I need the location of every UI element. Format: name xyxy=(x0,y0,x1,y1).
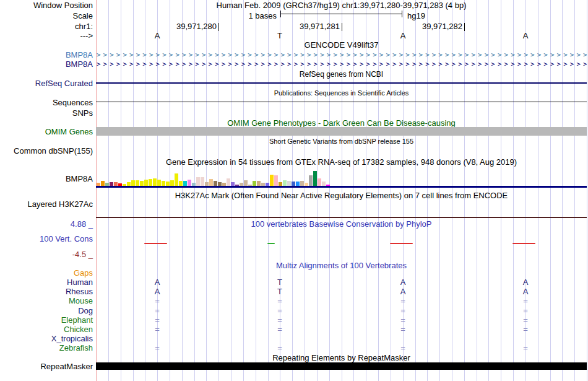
sequences-line[interactable] xyxy=(96,102,587,102)
gtex-baseline[interactable] xyxy=(96,186,587,188)
gtex-tissue-bar xyxy=(188,180,191,186)
track-label--4-5-[interactable]: -4.5 _ xyxy=(0,250,93,259)
gtex-tissue-bar xyxy=(218,182,222,186)
gene-strand-arrows[interactable]: >>>>>>>>>>>>>>>>>>>>>>>>>>>>>>>>>>>>>>>>… xyxy=(97,51,587,59)
alignment-char: = xyxy=(400,315,405,325)
track-label-sequences[interactable]: Sequences xyxy=(0,98,93,107)
track-title: OMIM Gene Phenotypes - Dark Green Can Be… xyxy=(96,118,587,128)
track-label-refseq-curated[interactable]: RefSeq Curated xyxy=(0,79,93,88)
gtex-tissue-bar xyxy=(175,173,178,186)
species-label-mouse[interactable]: Mouse xyxy=(0,296,93,305)
gtex-tissue-bar xyxy=(123,184,126,186)
scale-bar xyxy=(280,14,402,14)
track-label-omim-genes[interactable]: OMIM Genes xyxy=(0,127,93,136)
gtex-tissue-bar xyxy=(153,178,157,186)
scale-value: 1 bases xyxy=(96,11,277,20)
refseq-curated-line[interactable] xyxy=(96,82,587,84)
track-label-snps[interactable]: SNPs xyxy=(0,108,93,118)
gtex-tissue-bar xyxy=(235,185,239,186)
gene-label-bmp8a-1[interactable]: BMP8A xyxy=(0,59,93,69)
track-label-bmp8a[interactable]: BMP8A xyxy=(0,174,93,183)
alignment-char: A xyxy=(155,278,160,287)
alignment-char: A xyxy=(523,278,529,287)
alignment-char: T xyxy=(277,287,282,296)
gtex-tissue-bar xyxy=(283,180,287,186)
gtex-tissue-bar xyxy=(248,185,252,186)
species-label-elephant[interactable]: Elephant xyxy=(0,315,93,325)
gtex-tissue-bar xyxy=(214,181,217,186)
alignment-char: = xyxy=(155,343,160,353)
gtex-tissue-bar xyxy=(144,180,148,186)
gtex-tissue-bar xyxy=(136,180,139,186)
position-value: 39,971,281 xyxy=(218,22,340,31)
base-letter: A xyxy=(523,31,529,40)
species-label-rhesus[interactable]: Rhesus xyxy=(0,287,93,296)
alignment-char: = xyxy=(523,315,528,325)
species-label-gaps[interactable]: Gaps xyxy=(0,268,93,278)
phylop-mark xyxy=(512,243,535,244)
gtex-tissue-bar xyxy=(222,183,226,186)
gtex-tissue-bar xyxy=(183,181,187,186)
position-tick xyxy=(464,23,465,31)
gtex-tissue-bar xyxy=(101,181,105,186)
gtex-tissue-bar xyxy=(270,175,274,186)
window-position-label[interactable]: Window Position xyxy=(0,1,93,10)
alignment-char: = xyxy=(523,306,528,315)
gtex-tissue-bar xyxy=(110,182,113,186)
alignment-char: = xyxy=(400,306,405,315)
gtex-tissue-bar xyxy=(192,183,196,186)
track-title: GENCODE V49lift37 xyxy=(96,40,587,50)
alignment-char: A xyxy=(400,278,406,287)
alignment-char: = xyxy=(277,306,282,315)
track-label-4-88-[interactable]: 4.88 _ xyxy=(0,219,93,229)
repeatmasker-bar[interactable] xyxy=(96,362,587,370)
track-title: H3K27Ac Mark (Often Found Near Active Re… xyxy=(96,191,587,200)
scale-label[interactable]: Scale xyxy=(0,11,93,20)
gtex-tissue-bar xyxy=(257,181,261,186)
alignment-char: = xyxy=(277,343,282,353)
gtex-tissue-bar xyxy=(157,180,161,186)
omim-genes-bar[interactable] xyxy=(96,127,587,136)
track-label-layered-h3k27ac[interactable]: Layered H3K27Ac xyxy=(0,199,93,209)
track-label-common-dbsnp-155-[interactable]: Common dbSNP(155) xyxy=(0,146,93,155)
gtex-tissue-bar xyxy=(105,183,109,186)
gtex-tissue-bar xyxy=(205,182,209,186)
gtex-tissue-bar xyxy=(114,182,118,186)
base-letter: A xyxy=(400,31,406,40)
h3k27ac-line[interactable] xyxy=(96,217,587,218)
gridline xyxy=(587,0,587,381)
track-title: 100 vertebrates Basewise Conservation by… xyxy=(96,219,587,229)
track-title: Multiz Alignments of 100 Vertebrates xyxy=(96,261,587,270)
gtex-tissue-bar xyxy=(166,182,170,186)
species-label-chicken[interactable]: Chicken xyxy=(0,325,93,334)
scale-bar-right-tick xyxy=(402,11,402,17)
position-value: 39,971,282 xyxy=(340,22,462,31)
gtex-tissue-bar xyxy=(97,183,100,186)
species-label-dog[interactable]: Dog xyxy=(0,306,93,315)
gtex-tissue-bar xyxy=(287,181,291,186)
phylop-mark xyxy=(144,243,167,244)
alignment-char: = xyxy=(400,296,405,305)
track-label-100-vert-cons[interactable]: 100 Vert. Cons xyxy=(0,234,93,243)
gtex-tissue-bar xyxy=(170,180,174,186)
gene-label-bmp8a-0[interactable]: BMP8A xyxy=(0,50,93,59)
species-label-zebrafish[interactable]: Zebrafish xyxy=(0,343,93,353)
gtex-tissue-bar xyxy=(196,177,200,186)
alignment-char: = xyxy=(155,325,160,334)
gene-strand-arrows[interactable]: >>>>>>>>>>>>>>>>>>>>>>>>>>>>>>>>>>>>>>>>… xyxy=(97,60,587,68)
track-title: Publications: Sequences in Scientific Ar… xyxy=(96,89,587,97)
species-label-x_tropicalis[interactable]: X_tropicalis xyxy=(0,334,93,343)
gtex-tissue-bar xyxy=(231,182,235,186)
phylop-mark xyxy=(267,243,275,244)
species-label-human[interactable]: Human xyxy=(0,278,93,287)
gtex-tissue-bar xyxy=(131,180,135,186)
track-label-repeatmasker[interactable]: RepeatMasker xyxy=(0,362,93,371)
gtex-tissue-bar xyxy=(266,183,269,186)
track-title: RefSeq genes from NCBI xyxy=(96,70,587,79)
chrom-label: chr1: xyxy=(0,22,93,31)
gtex-tissue-bar xyxy=(162,181,165,186)
gtex-tissue-bar xyxy=(127,182,131,186)
gtex-tissue-bar xyxy=(209,179,213,186)
gtex-tissue-bar xyxy=(296,182,300,186)
base-letter: T xyxy=(277,31,282,40)
